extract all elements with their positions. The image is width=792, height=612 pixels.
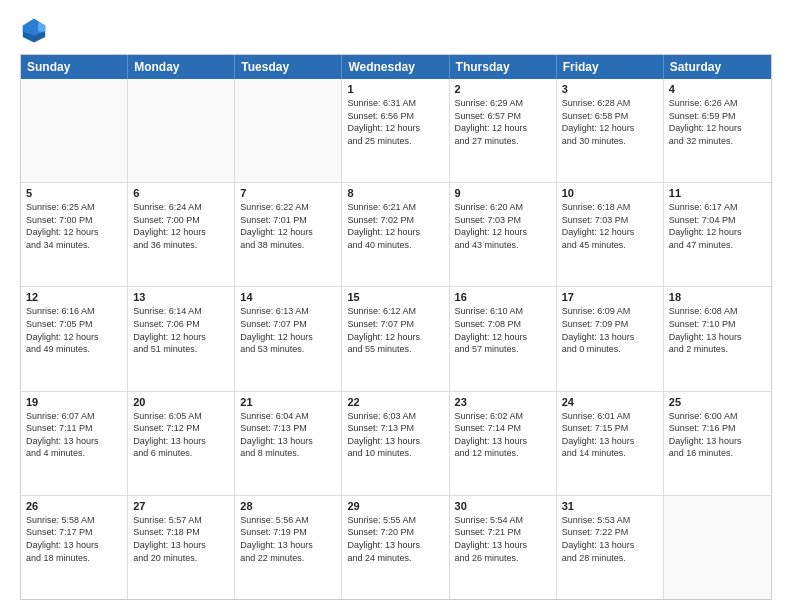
day-number: 12 [26,291,122,303]
cell-content: Sunrise: 5:58 AMSunset: 7:17 PMDaylight:… [26,514,122,564]
calendar-cell: 10Sunrise: 6:18 AMSunset: 7:03 PMDayligh… [557,183,664,286]
calendar-cell: 24Sunrise: 6:01 AMSunset: 7:15 PMDayligh… [557,392,664,495]
calendar-row: 5Sunrise: 6:25 AMSunset: 7:00 PMDaylight… [21,182,771,286]
calendar-cell: 22Sunrise: 6:03 AMSunset: 7:13 PMDayligh… [342,392,449,495]
cell-content: Sunrise: 5:53 AMSunset: 7:22 PMDaylight:… [562,514,658,564]
day-number: 21 [240,396,336,408]
day-number: 30 [455,500,551,512]
cell-content: Sunrise: 6:18 AMSunset: 7:03 PMDaylight:… [562,201,658,251]
day-number: 13 [133,291,229,303]
day-number: 24 [562,396,658,408]
cell-content: Sunrise: 6:21 AMSunset: 7:02 PMDaylight:… [347,201,443,251]
day-number: 29 [347,500,443,512]
calendar: SundayMondayTuesdayWednesdayThursdayFrid… [20,54,772,600]
weekday-header: Tuesday [235,55,342,79]
calendar-cell: 30Sunrise: 5:54 AMSunset: 7:21 PMDayligh… [450,496,557,599]
cell-content: Sunrise: 6:00 AMSunset: 7:16 PMDaylight:… [669,410,766,460]
day-number: 20 [133,396,229,408]
calendar-cell: 17Sunrise: 6:09 AMSunset: 7:09 PMDayligh… [557,287,664,390]
calendar-cell: 2Sunrise: 6:29 AMSunset: 6:57 PMDaylight… [450,79,557,182]
calendar-cell: 13Sunrise: 6:14 AMSunset: 7:06 PMDayligh… [128,287,235,390]
day-number: 3 [562,83,658,95]
weekday-header: Wednesday [342,55,449,79]
cell-content: Sunrise: 5:55 AMSunset: 7:20 PMDaylight:… [347,514,443,564]
day-number: 22 [347,396,443,408]
logo-icon [20,16,48,44]
cell-content: Sunrise: 6:14 AMSunset: 7:06 PMDaylight:… [133,305,229,355]
calendar-row: 1Sunrise: 6:31 AMSunset: 6:56 PMDaylight… [21,79,771,182]
calendar-cell: 11Sunrise: 6:17 AMSunset: 7:04 PMDayligh… [664,183,771,286]
cell-content: Sunrise: 6:02 AMSunset: 7:14 PMDaylight:… [455,410,551,460]
calendar-cell-empty [21,79,128,182]
page-header [20,16,772,44]
calendar-cell: 3Sunrise: 6:28 AMSunset: 6:58 PMDaylight… [557,79,664,182]
calendar-row: 19Sunrise: 6:07 AMSunset: 7:11 PMDayligh… [21,391,771,495]
cell-content: Sunrise: 6:09 AMSunset: 7:09 PMDaylight:… [562,305,658,355]
calendar-cell: 1Sunrise: 6:31 AMSunset: 6:56 PMDaylight… [342,79,449,182]
calendar-row: 12Sunrise: 6:16 AMSunset: 7:05 PMDayligh… [21,286,771,390]
cell-content: Sunrise: 6:31 AMSunset: 6:56 PMDaylight:… [347,97,443,147]
day-number: 26 [26,500,122,512]
cell-content: Sunrise: 6:04 AMSunset: 7:13 PMDaylight:… [240,410,336,460]
day-number: 5 [26,187,122,199]
calendar-cell: 26Sunrise: 5:58 AMSunset: 7:17 PMDayligh… [21,496,128,599]
cell-content: Sunrise: 6:10 AMSunset: 7:08 PMDaylight:… [455,305,551,355]
cell-content: Sunrise: 6:01 AMSunset: 7:15 PMDaylight:… [562,410,658,460]
calendar-body: 1Sunrise: 6:31 AMSunset: 6:56 PMDaylight… [21,79,771,599]
cell-content: Sunrise: 6:16 AMSunset: 7:05 PMDaylight:… [26,305,122,355]
calendar-cell: 31Sunrise: 5:53 AMSunset: 7:22 PMDayligh… [557,496,664,599]
cell-content: Sunrise: 6:05 AMSunset: 7:12 PMDaylight:… [133,410,229,460]
calendar-cell: 20Sunrise: 6:05 AMSunset: 7:12 PMDayligh… [128,392,235,495]
day-number: 10 [562,187,658,199]
calendar-cell: 8Sunrise: 6:21 AMSunset: 7:02 PMDaylight… [342,183,449,286]
cell-content: Sunrise: 6:08 AMSunset: 7:10 PMDaylight:… [669,305,766,355]
day-number: 4 [669,83,766,95]
calendar-cell: 19Sunrise: 6:07 AMSunset: 7:11 PMDayligh… [21,392,128,495]
cell-content: Sunrise: 6:22 AMSunset: 7:01 PMDaylight:… [240,201,336,251]
cell-content: Sunrise: 6:13 AMSunset: 7:07 PMDaylight:… [240,305,336,355]
cell-content: Sunrise: 6:24 AMSunset: 7:00 PMDaylight:… [133,201,229,251]
calendar-cell: 18Sunrise: 6:08 AMSunset: 7:10 PMDayligh… [664,287,771,390]
calendar-cell: 4Sunrise: 6:26 AMSunset: 6:59 PMDaylight… [664,79,771,182]
cell-content: Sunrise: 5:54 AMSunset: 7:21 PMDaylight:… [455,514,551,564]
day-number: 7 [240,187,336,199]
day-number: 25 [669,396,766,408]
cell-content: Sunrise: 6:20 AMSunset: 7:03 PMDaylight:… [455,201,551,251]
calendar-cell: 5Sunrise: 6:25 AMSunset: 7:00 PMDaylight… [21,183,128,286]
calendar-row: 26Sunrise: 5:58 AMSunset: 7:17 PMDayligh… [21,495,771,599]
cell-content: Sunrise: 6:29 AMSunset: 6:57 PMDaylight:… [455,97,551,147]
day-number: 17 [562,291,658,303]
svg-marker-2 [38,22,45,32]
day-number: 16 [455,291,551,303]
cell-content: Sunrise: 5:56 AMSunset: 7:19 PMDaylight:… [240,514,336,564]
day-number: 11 [669,187,766,199]
day-number: 27 [133,500,229,512]
calendar-cell: 21Sunrise: 6:04 AMSunset: 7:13 PMDayligh… [235,392,342,495]
calendar-cell-empty [235,79,342,182]
day-number: 28 [240,500,336,512]
cell-content: Sunrise: 6:12 AMSunset: 7:07 PMDaylight:… [347,305,443,355]
calendar-cell: 23Sunrise: 6:02 AMSunset: 7:14 PMDayligh… [450,392,557,495]
day-number: 19 [26,396,122,408]
calendar-cell-empty [664,496,771,599]
weekday-header: Monday [128,55,235,79]
cell-content: Sunrise: 5:57 AMSunset: 7:18 PMDaylight:… [133,514,229,564]
day-number: 9 [455,187,551,199]
calendar-cell: 6Sunrise: 6:24 AMSunset: 7:00 PMDaylight… [128,183,235,286]
weekday-header: Sunday [21,55,128,79]
calendar-cell: 9Sunrise: 6:20 AMSunset: 7:03 PMDaylight… [450,183,557,286]
logo [20,16,52,44]
day-number: 2 [455,83,551,95]
cell-content: Sunrise: 6:03 AMSunset: 7:13 PMDaylight:… [347,410,443,460]
calendar-cell: 29Sunrise: 5:55 AMSunset: 7:20 PMDayligh… [342,496,449,599]
day-number: 15 [347,291,443,303]
day-number: 6 [133,187,229,199]
calendar-cell: 25Sunrise: 6:00 AMSunset: 7:16 PMDayligh… [664,392,771,495]
weekday-header: Thursday [450,55,557,79]
calendar-header: SundayMondayTuesdayWednesdayThursdayFrid… [21,55,771,79]
calendar-cell: 12Sunrise: 6:16 AMSunset: 7:05 PMDayligh… [21,287,128,390]
calendar-cell: 7Sunrise: 6:22 AMSunset: 7:01 PMDaylight… [235,183,342,286]
day-number: 31 [562,500,658,512]
cell-content: Sunrise: 6:26 AMSunset: 6:59 PMDaylight:… [669,97,766,147]
cell-content: Sunrise: 6:28 AMSunset: 6:58 PMDaylight:… [562,97,658,147]
